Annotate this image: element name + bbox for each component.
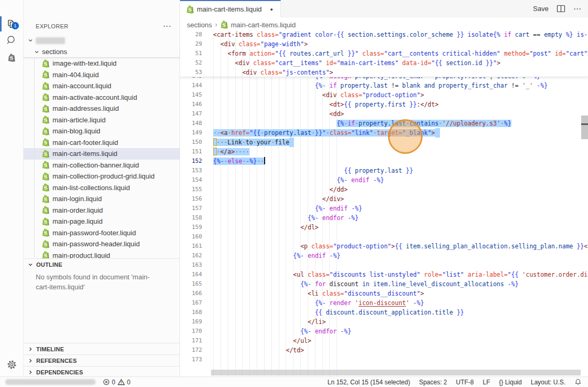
line-number[interactable]: 150 (180, 138, 202, 147)
folder-item-sections[interactable]: sections (24, 46, 180, 58)
file-item-main-order-liquid[interactable]: S main-order.liquid (24, 205, 180, 216)
file-item-main-addresses-liquid[interactable]: S main-addresses.liquid (24, 103, 180, 114)
tab-main-cart-items[interactable]: S main-cart-items.liquid ● (180, 0, 281, 17)
status-item-lf[interactable]: LF (483, 379, 490, 386)
workspace-root-item[interactable] (28, 35, 180, 46)
file-item-main-404-liquid[interactable]: S main-404.liquid (24, 69, 180, 81)
line-number[interactable]: 158 (180, 213, 202, 223)
line-number[interactable]: 168 (180, 308, 202, 317)
line-number[interactable]: 156 (180, 194, 202, 204)
problems-button[interactable]: 0 0 (103, 379, 130, 386)
code-line[interactable]: 147 <dd> (180, 109, 588, 119)
file-item-main-login-liquid[interactable]: S main-login.liquid (24, 193, 180, 205)
save-button[interactable]: Save (533, 5, 549, 13)
status-item-liquid[interactable]: {} Liquid (499, 379, 522, 386)
file-item-main-collection-banner-liquid[interactable]: S main-collection-banner.liquid (24, 160, 180, 171)
panel-header-timeline[interactable]: TIMELINE (24, 343, 180, 354)
settings-gear-button[interactable] (0, 356, 23, 373)
code-line[interactable]: 166 <li class="discounts__discount"> (180, 289, 588, 298)
code-line[interactable]: 158 {%- endfor -%} (180, 213, 588, 223)
code-line[interactable]: 150···Link·to·your·file (180, 138, 588, 147)
line-number[interactable]: 145 (180, 90, 202, 100)
activity-shopify-button[interactable]: S (0, 49, 23, 66)
code-line[interactable]: 173 (180, 355, 588, 364)
sticky-line[interactable]: 52 <div class="cart__items" id="main-car… (180, 58, 588, 68)
line-number[interactable]: 164 (180, 270, 202, 279)
activity-search-button[interactable] (0, 32, 23, 49)
code-line[interactable]: 153 {{ property.last }} (180, 166, 588, 175)
status-item-utf-8[interactable]: UTF-8 (456, 379, 474, 386)
file-item-main-password-header-liquid[interactable]: S main-password-header.liquid (24, 238, 180, 250)
sticky-line[interactable]: 29 <div class="page-width"> (180, 39, 588, 49)
code-line[interactable]: 161 <p class="product-option">{{ item.se… (180, 242, 588, 251)
file-item-main-activate-account-liquid[interactable]: S main-activate-account.liquid (24, 92, 180, 103)
file-item-main-article-liquid[interactable]: S main-article.liquid (24, 114, 180, 126)
panel-header-references[interactable]: REFERENCES (24, 354, 180, 366)
scrollbar-thumb[interactable] (581, 116, 588, 139)
line-number[interactable]: 51 (180, 49, 202, 58)
line-number[interactable]: 151 (180, 147, 202, 156)
sidebar-more-actions-icon[interactable]: ⋯ (163, 20, 171, 33)
line-number[interactable]: 163 (180, 260, 202, 270)
line-number[interactable]: 148 (180, 119, 202, 128)
file-item-main-cart-items-liquid[interactable]: S main-cart-items.liquid (24, 148, 180, 160)
code-line[interactable]: 155 </dd> (180, 185, 588, 194)
code-editor[interactable]: 143 {%- assign property_first_char = pro… (180, 30, 588, 376)
breadcrumb-file[interactable]: main-cart-items.liquid (231, 21, 296, 29)
line-number[interactable]: 167 (180, 298, 202, 308)
code-line[interactable]: 144 {%- if property.last != blank and pr… (180, 81, 588, 90)
code-line[interactable]: 169 </li> (180, 317, 588, 327)
status-item-spaces-2[interactable]: Spaces: 2 (419, 379, 447, 386)
code-line[interactable]: 157 {%- endif -%} (180, 204, 588, 213)
code-line[interactable]: 152{%-·else·-%}·· (180, 156, 588, 166)
line-number[interactable]: 157 (180, 204, 202, 213)
code-line[interactable]: 145 <div class="product-option"> (180, 90, 588, 100)
file-item-main-collection-product-grid-liquid[interactable]: S main-collection-product-grid.liquid (24, 171, 180, 182)
line-number[interactable]: 169 (180, 317, 202, 327)
code-line[interactable]: 148 {%·if·property.last·contains·'//uplo… (180, 119, 588, 128)
line-number[interactable]: 153 (180, 166, 202, 175)
file-item-main-page-liquid[interactable]: S main-page.liquid (24, 216, 180, 227)
line-number[interactable]: 53 (180, 68, 202, 77)
file-item-main-blog-liquid[interactable]: S main-blog.liquid (24, 125, 180, 137)
code-line[interactable]: 163 (180, 260, 588, 270)
line-number[interactable]: 146 (180, 100, 202, 109)
code-line[interactable]: 172 </td> (180, 346, 588, 355)
line-number[interactable]: 152 (180, 156, 202, 166)
line-number[interactable]: 165 (180, 279, 202, 289)
file-item-main-account-liquid[interactable]: S main-account.liquid (24, 80, 180, 92)
line-number[interactable]: 149 (180, 128, 202, 138)
line-number[interactable]: 172 (180, 346, 202, 355)
code-line[interactable]: 171 </ul> (180, 336, 588, 346)
line-number[interactable]: 154 (180, 175, 202, 185)
line-number[interactable]: 162 (180, 251, 202, 260)
code-line[interactable]: 151·</a>···· (180, 147, 588, 156)
sticky-line[interactable]: 28<cart-items class="gradient color-{{ s… (180, 30, 588, 39)
line-number[interactable]: 166 (180, 289, 202, 298)
line-number[interactable]: 29 (180, 39, 202, 49)
sticky-line[interactable]: 51 <form action="{{ routes.cart_url }}" … (180, 49, 588, 58)
file-item-main-password-footer-liquid[interactable]: S main-password-footer.liquid (24, 227, 180, 239)
code-line[interactable]: 168 {{ discount.discount_application.tit… (180, 308, 588, 317)
code-line[interactable]: 146 <dt>{{ property.first }}:</dt> (180, 100, 588, 109)
code-line[interactable]: 149··<a·href="{{·property.last·}}"·class… (180, 128, 588, 138)
line-number[interactable]: 28 (180, 30, 202, 39)
code-line[interactable]: 162 {%- endif -%} (180, 251, 588, 260)
split-editor-icon[interactable] (556, 5, 565, 13)
file-item-image-with-text-liquid[interactable]: S image-with-text.liquid (24, 58, 180, 69)
file-item-main-list-collections-liquid[interactable]: S main-list-collections.liquid (24, 182, 180, 194)
vertical-scrollbar[interactable] (581, 30, 588, 376)
sticky-line[interactable]: 53 <div class="js-contents"> (180, 68, 588, 77)
line-number[interactable]: 144 (180, 81, 202, 90)
line-number[interactable]: 160 (180, 232, 202, 242)
line-number[interactable]: 161 (180, 242, 202, 251)
notifications-bell-icon[interactable] (574, 378, 582, 386)
code-line[interactable]: 167 {%- render 'icon-discount' -%} (180, 298, 588, 308)
line-number[interactable]: 155 (180, 185, 202, 194)
line-number[interactable]: 52 (180, 58, 202, 68)
code-line[interactable]: 160 (180, 232, 588, 242)
horizontal-scrollbar[interactable] (211, 370, 581, 375)
status-item-layout-u-s[interactable]: Layout: U.S. (531, 379, 565, 386)
file-item-main-product-liquid[interactable]: S main-product.liquid (24, 250, 180, 259)
code-line[interactable]: 156 </div> (180, 194, 588, 204)
